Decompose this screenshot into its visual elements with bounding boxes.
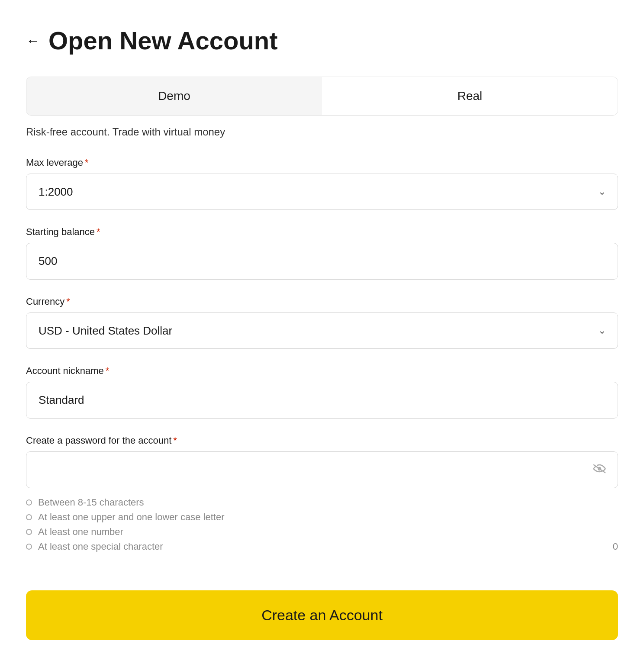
account-nickname-input[interactable] [26,382,618,419]
hint-bullet [26,499,32,506]
currency-label: Currency* [26,296,618,307]
currency-select-wrapper: USD - United States Dollar EUR - Euro GB… [26,312,618,349]
hint-characters-text: Between 8-15 characters [38,497,144,508]
starting-balance-label: Starting balance* [26,226,618,238]
password-input[interactable] [26,451,618,488]
tab-switcher: Demo Real [26,77,618,116]
page-header: ← Open New Account [26,26,618,55]
eye-hidden-icon[interactable] [593,464,606,476]
max-leverage-group: Max leverage* 1:2000 1:1000 1:500 1:200 … [26,157,618,210]
hint-bullet [26,529,32,535]
char-count: 0 [613,541,618,552]
currency-group: Currency* USD - United States Dollar EUR… [26,296,618,349]
hint-case-text: At least one upper and one lower case le… [38,512,225,523]
hint-characters: Between 8-15 characters [26,497,618,508]
tab-demo[interactable]: Demo [26,77,322,115]
hint-bullet [26,514,32,520]
password-wrapper [26,451,618,488]
password-group: Create a password for the account* Betwe… [26,435,618,552]
hint-number: At least one number [26,526,618,538]
password-hints-container: Between 8-15 characters At least one upp… [26,497,618,552]
create-account-button[interactable]: Create an Account [26,590,618,640]
password-hints: Between 8-15 characters At least one upp… [26,497,618,552]
password-label: Create a password for the account* [26,435,618,446]
page-title: Open New Account [48,26,278,55]
starting-balance-group: Starting balance* [26,226,618,280]
max-leverage-select-wrapper: 1:2000 1:1000 1:500 1:200 1:100 ⌄ [26,174,618,210]
hint-bullet [26,544,32,550]
hint-special: At least one special character [26,541,618,552]
max-leverage-label: Max leverage* [26,157,618,168]
hint-special-text: At least one special character [38,541,163,552]
subtitle-text: Risk-free account. Trade with virtual mo… [26,126,618,138]
tab-real[interactable]: Real [322,77,618,115]
currency-select[interactable]: USD - United States Dollar EUR - Euro GB… [26,312,618,349]
back-button[interactable]: ← [26,34,40,48]
account-nickname-group: Account nickname* [26,365,618,419]
starting-balance-input[interactable] [26,243,618,280]
hint-case: At least one upper and one lower case le… [26,512,618,523]
hint-number-text: At least one number [38,526,123,538]
max-leverage-select[interactable]: 1:2000 1:1000 1:500 1:200 1:100 [26,174,618,210]
account-nickname-label: Account nickname* [26,365,618,377]
